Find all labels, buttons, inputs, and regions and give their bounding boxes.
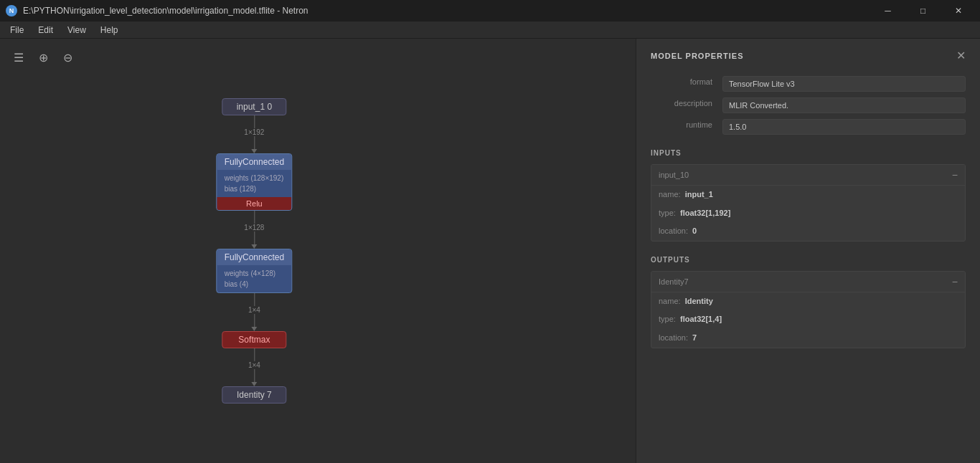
minimize-button[interactable]: ─: [872, 0, 904, 22]
window-title: E:\PYTHON\irrigation_level_detection\mod…: [23, 6, 308, 16]
fc1-body: weights (128×192) bias (128): [217, 170, 291, 197]
input-location-row: location: 0: [651, 222, 965, 241]
conn-label-2: 1×128: [244, 224, 264, 231]
menu-bar: File Edit View Help: [0, 22, 980, 39]
format-label: format: [651, 76, 722, 86]
input-entry-header: input_10 −: [651, 165, 965, 186]
conn-label-3: 1×4: [248, 306, 260, 314]
panel-close-button[interactable]: ✕: [956, 50, 966, 62]
conn-label-1: 1×192: [244, 128, 264, 136]
description-value: MLIR Converted.: [722, 97, 966, 113]
conn-label-4: 1×4: [248, 361, 260, 369]
input-node[interactable]: input_1 0: [222, 98, 286, 115]
panel-title: MODEL PROPERTIES: [651, 52, 743, 60]
description-row: description MLIR Converted.: [651, 97, 966, 113]
title-bar: N E:\PYTHON\irrigation_level_detection\m…: [0, 0, 980, 22]
description-label: description: [651, 97, 722, 108]
input-entry: input_10 − name: input_1 type: float32[1…: [651, 164, 966, 242]
sidebar-toggle-button[interactable]: ☰: [9, 47, 29, 67]
output-collapse-button[interactable]: −: [952, 276, 958, 287]
conn-line-1b: [254, 136, 255, 149]
fc2-body: weights (4×128) bias (4): [217, 265, 291, 292]
conn-line-4: [254, 348, 255, 361]
inputs-title: INPUTS: [651, 149, 966, 157]
fc-layer-2[interactable]: FullyConnected weights (4×128) bias (4): [217, 249, 292, 293]
fc1-bias: bias (128): [225, 183, 284, 194]
conn-line-3: [254, 293, 255, 306]
output-location-row: location: 7: [651, 329, 965, 348]
fc2-bias: bias (4): [225, 279, 284, 290]
output-type-value: float32[1,4]: [680, 315, 722, 323]
identity-node[interactable]: Identity 7: [222, 386, 286, 404]
runtime-label: runtime: [651, 119, 722, 129]
format-section: format TensorFlow Lite v3 description ML…: [651, 76, 966, 135]
input-entry-label: input_10: [659, 171, 689, 179]
conn-line-4b: [254, 369, 255, 382]
nn-graph: input_1 0 1×192 FullyConnected weights (…: [217, 98, 292, 404]
input-name-value: input_1: [685, 190, 713, 199]
menu-edit[interactable]: Edit: [31, 24, 60, 37]
panel-header: MODEL PROPERTIES ✕: [651, 50, 966, 62]
output-name-row: name: Identity: [651, 292, 965, 311]
toolbar: ☰ ⊕ ⊖: [9, 47, 77, 67]
connector-1: 1×192: [244, 115, 264, 153]
properties-panel: MODEL PROPERTIES ✕ format TensorFlow Lit…: [636, 39, 980, 463]
output-entry-label: Identity7: [659, 277, 689, 286]
zoom-out-button[interactable]: ⊖: [57, 47, 77, 67]
close-button[interactable]: ✕: [942, 0, 974, 22]
input-name-row: name: input_1: [651, 186, 965, 204]
menu-file[interactable]: File: [3, 24, 31, 37]
menu-help[interactable]: Help: [93, 24, 126, 37]
output-entry: Identity7 − name: Identity type: float32…: [651, 271, 966, 348]
menu-view[interactable]: View: [60, 24, 93, 37]
input-collapse-button[interactable]: −: [952, 169, 958, 181]
inputs-section: INPUTS input_10 − name: input_1 type: fl…: [651, 149, 966, 242]
output-type-row: type: float32[1,4]: [651, 310, 965, 329]
outputs-title: OUTPUTS: [651, 256, 966, 264]
zoom-in-button[interactable]: ⊕: [33, 47, 53, 67]
softmax-node[interactable]: Softmax: [222, 331, 286, 348]
format-value: TensorFlow Lite v3: [722, 76, 966, 92]
fc1-weights: weights (128×192): [225, 173, 284, 183]
output-location-value: 7: [692, 333, 697, 342]
input-type-value: float32[1,192]: [680, 209, 730, 217]
runtime-value: 1.5.0: [722, 119, 966, 135]
runtime-row: runtime 1.5.0: [651, 119, 966, 135]
app-icon: N: [6, 5, 17, 16]
input-location-value: 0: [692, 226, 697, 235]
fc1-header: FullyConnected: [217, 154, 291, 170]
output-name-value: Identity: [685, 297, 713, 305]
fc1-relu: Relu: [217, 197, 291, 210]
graph-canvas: ☰ ⊕ ⊖ input_1 0 1×192 F: [0, 39, 636, 463]
title-bar-left: N E:\PYTHON\irrigation_level_detection\m…: [6, 5, 308, 16]
output-entry-header: Identity7 −: [651, 272, 965, 292]
input-type-row: type: float32[1,192]: [651, 204, 965, 223]
window-controls: ─ □ ✕: [872, 0, 974, 22]
conn-line-2: [254, 211, 255, 224]
sidebar-icon: ☰: [14, 51, 24, 65]
fc-layer-1[interactable]: FullyConnected weights (128×192) bias (1…: [217, 153, 292, 211]
connector-2: 1×128: [244, 211, 264, 249]
fc2-weights: weights (4×128): [225, 268, 284, 279]
conn-line-1: [254, 115, 255, 128]
format-row: format TensorFlow Lite v3: [651, 76, 966, 92]
conn-line-3b: [254, 314, 255, 327]
main-area: ☰ ⊕ ⊖ input_1 0 1×192 F: [0, 39, 980, 463]
maximize-button[interactable]: □: [907, 0, 939, 22]
connector-3: 1×4: [248, 293, 260, 331]
fc2-header: FullyConnected: [217, 249, 291, 265]
zoom-out-icon: ⊖: [63, 51, 72, 65]
connector-4: 1×4: [248, 348, 260, 386]
zoom-in-icon: ⊕: [39, 51, 48, 65]
outputs-section: OUTPUTS Identity7 − name: Identity type:…: [651, 256, 966, 348]
conn-line-2b: [254, 231, 255, 244]
